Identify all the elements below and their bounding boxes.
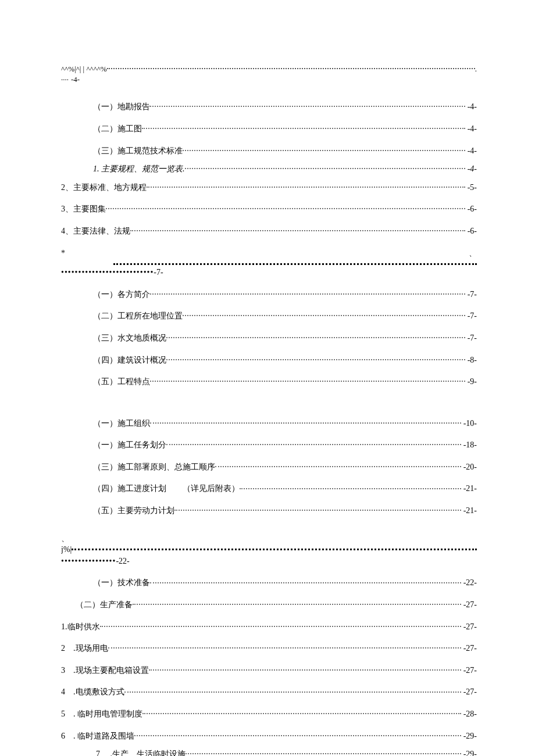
toc-page: -6- (465, 203, 477, 215)
toc-label: （五）工程特点 (93, 376, 150, 388)
toc-label: （二）生产准备 (76, 599, 133, 611)
leader-dots (183, 145, 465, 153)
leader-dots (215, 461, 461, 470)
toc-label: 7 .生产、生活临时设施 (96, 748, 186, 756)
leader-dots (142, 123, 465, 131)
toc-row: （四）施工进度计划 （详见后附表） -21- (61, 483, 477, 495)
leader-dots (130, 225, 465, 234)
cont-dots: ••••••••••••••••••••••••••• (61, 267, 154, 278)
leader-dots (174, 505, 461, 513)
toc-page: -27- (461, 665, 477, 676)
toc-label: （三）施工部署原则、总施工顺序 (93, 461, 215, 473)
toc-row: 2 .现场用电 -27- (61, 643, 477, 654)
leader-heavy (72, 544, 477, 552)
heavy-page: -22- (116, 556, 129, 567)
toc-page: -4- (465, 123, 477, 135)
toc-label: （一）地勘报告 (93, 101, 150, 113)
header-garbled: ^^%|^| | ^^^^% . ···· -4- (61, 64, 477, 85)
toc-row: （二）生产准备 -27- (61, 599, 477, 611)
tick: 、 (61, 533, 69, 544)
toc-row: （一）技术准备 -22- (61, 577, 477, 589)
leader-dots (186, 748, 461, 756)
toc-label: 5 . 临时用电管理制度 (61, 708, 142, 720)
leader-dots (150, 376, 465, 384)
header-pre: ^^%|^| | ^^^^% (61, 64, 107, 74)
leader-dots (108, 643, 461, 651)
tick: 、 (469, 248, 477, 259)
toc-row: （五）主要劳动力计划 -21- (61, 505, 477, 517)
toc-row: （四）建筑设计概况 -8- (61, 354, 477, 366)
toc-row: 1.临时供水 -27- (61, 621, 477, 633)
toc-page: -29- (461, 748, 477, 756)
toc-row: 3、主要图集 -6- (61, 203, 477, 215)
toc-page: -28- (461, 708, 477, 720)
leader-dots (166, 354, 465, 363)
toc-row: 4、主要法律、法规 -6- (61, 225, 477, 237)
leader-dots (185, 163, 465, 171)
leader-dots (183, 310, 465, 318)
cont-dots: •••••••••••••••• (61, 556, 116, 567)
toc-page: -9- (465, 376, 477, 388)
toc-label: （一）各方简介 (93, 289, 150, 300)
toc-row: 3 .现场主要配电箱设置 -27- (61, 665, 477, 676)
leader-dots (149, 665, 461, 673)
toc-label: 1.临时供水 (61, 621, 100, 633)
toc-row: （三）水文地质概况 -7- (61, 332, 477, 344)
section-heavy-2: 、 j%| •••••••••••••••• -22- (61, 533, 477, 567)
toc-label: 2、主要标准、地方规程 (61, 182, 147, 194)
toc-label: （三）水文地质概况 (93, 332, 166, 344)
leader-dots (124, 686, 461, 694)
toc-label: （一）施工任务划分 (93, 439, 166, 451)
toc-page: -29- (461, 730, 477, 742)
toc-row: 1. 主要规程、规范一览表. -4- (61, 163, 477, 175)
toc-row: 7 .生产、生活临时设施 -29- (61, 748, 477, 756)
toc-page: -27- (461, 621, 477, 633)
leader-dots (100, 621, 461, 629)
leader-dots (150, 577, 461, 585)
toc-row: 5 . 临时用电管理制度 -28- (61, 708, 477, 720)
toc-page: -7- (465, 310, 477, 322)
toc-page: -7- (465, 332, 477, 344)
leader-dots (133, 599, 461, 607)
toc-page: -27- (461, 686, 477, 698)
toc-label: （五）主要劳动力计划 (93, 505, 174, 517)
toc-label: （二）工程所在地理位置 (93, 310, 183, 322)
toc-label: （三）施工规范技术标准 (93, 145, 183, 157)
toc-label: （四）建筑设计概况 (93, 354, 166, 366)
toc-label: 2 .现场用电 (61, 643, 108, 654)
toc-row: （五）工程特点 -9- (61, 376, 477, 388)
leader-dots (106, 203, 465, 212)
leader-dots (142, 708, 461, 716)
toc-page: -21- (461, 483, 477, 495)
toc-page: -4- (465, 163, 477, 175)
toc-page: -22- (461, 577, 477, 589)
toc-label: （四）施工进度计划 （详见后附表） (93, 483, 240, 495)
toc-page: -21- (461, 505, 477, 517)
toc-row: 2、主要标准、地方规程 -5- (61, 182, 477, 194)
toc-page: -8- (465, 354, 477, 366)
toc-page: -20- (461, 461, 477, 473)
leader-dots (134, 730, 461, 739)
toc-page: -4- (465, 101, 477, 113)
header-trailing-dot: . (475, 64, 477, 74)
toc-page: -27- (461, 643, 477, 654)
toc-page: -7- (465, 289, 477, 300)
toc-row: （一）各方简介 -7- (61, 289, 477, 300)
section-heavy-1: * 、 ••••••••••••••••••••••••••• -7- (61, 248, 477, 278)
toc-label: 4、主要法律、法规 (61, 225, 130, 237)
header-cont: ···· (61, 74, 69, 85)
leader-heavy (113, 259, 477, 267)
toc-page: -4- (465, 145, 477, 157)
toc-page: -5- (465, 182, 477, 194)
toc-row: （二）施工图 -4- (61, 123, 477, 135)
toc-row: （一）施工任务划分 -18- (61, 439, 477, 451)
star: * (61, 248, 65, 259)
toc-row: 6 . 临时道路及围墙 -29- (61, 730, 477, 742)
heavy2-pre: j%| (61, 544, 72, 556)
toc-row: （一）地勘报告 -4- (61, 101, 477, 113)
leader-dots (150, 418, 461, 426)
toc-label: 3、主要图集 (61, 203, 106, 215)
leader-dots (150, 101, 465, 109)
toc-page: -18- (461, 439, 477, 451)
toc-label: （二）施工图 (93, 123, 142, 135)
